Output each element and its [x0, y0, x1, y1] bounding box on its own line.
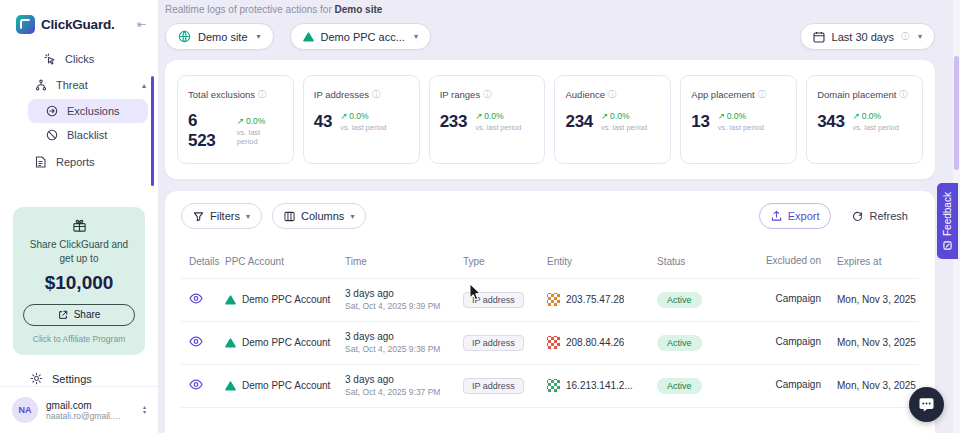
col-header-details: Details: [181, 256, 225, 267]
sidebar-scrollbar-thumb[interactable]: [151, 76, 154, 186]
trend-value: 0.0%: [484, 111, 503, 121]
columns-icon: [284, 211, 295, 222]
entity-identicon: [547, 379, 560, 392]
sidebar-item-exclusions[interactable]: Exclusions: [28, 99, 148, 123]
details-eye-icon[interactable]: [189, 293, 203, 304]
chevron-down-icon: ▾: [350, 212, 354, 221]
chat-widget-button[interactable]: [909, 387, 944, 422]
ppc-account-value: Demo PPC acc...: [321, 31, 405, 43]
stat-card-total-exclusions: Total exclusionsⓘ 6 523 ↗0.0%vs. last pe…: [177, 75, 294, 164]
stat-value: 343: [817, 112, 844, 132]
info-icon[interactable]: ⓘ: [758, 89, 766, 100]
time-absolute: Sat, Oct 4, 2025 9:38 PM: [345, 344, 463, 354]
chevron-down-icon: ▾: [257, 32, 261, 41]
table-header-row: Details PPC Account Time Type Entity Sta…: [181, 249, 919, 278]
chevron-down-icon: ▾: [246, 212, 250, 221]
date-range-selector[interactable]: Last 30 days ⓘ ▾: [800, 23, 935, 50]
export-button[interactable]: Export: [759, 203, 832, 229]
promo-text-line2: get up to: [23, 252, 135, 266]
export-label: Export: [788, 210, 820, 222]
date-range-value: Last 30 days: [832, 31, 894, 43]
site-selector[interactable]: Demo site ▾: [165, 23, 274, 50]
user-info: gmail.com naatali.ro@gmail.com: [46, 400, 122, 421]
table-row-partial: [181, 407, 919, 433]
col-header-time: Time: [345, 256, 463, 267]
col-header-expires: Expires at: [823, 256, 919, 267]
user-account-selector[interactable]: NA gmail.com naatali.ro@gmail.com ▴ ▾: [0, 386, 158, 433]
trend-up-icon: ↗: [475, 111, 482, 121]
blacklist-icon: [45, 129, 58, 141]
sidebar-collapse-icon[interactable]: ⇤: [137, 18, 146, 31]
entity-value: 208.80.44.26: [566, 337, 624, 348]
stats-panel: Total exclusionsⓘ 6 523 ↗0.0%vs. last pe…: [165, 60, 935, 179]
table-toolbar: Filters ▾ Columns ▾ Export Refr: [181, 203, 919, 229]
entity-identicon: [547, 293, 560, 306]
info-icon[interactable]: ⓘ: [372, 89, 380, 100]
time-relative: 3 days ago: [345, 374, 463, 385]
refresh-button[interactable]: Refresh: [841, 203, 919, 229]
stat-trend-block: ↗0.0%vs. last period: [718, 111, 764, 132]
info-icon[interactable]: ⓘ: [899, 89, 907, 100]
ads-triangle-icon: [225, 338, 236, 348]
share-button[interactable]: Share: [23, 304, 135, 326]
trend-up-icon: ↗: [853, 111, 860, 121]
stat-card-audience: Audienceⓘ 234 ↗0.0%vs. last period: [554, 75, 671, 164]
filters-button[interactable]: Filters ▾: [181, 203, 262, 229]
filter-bar: Demo site ▾ Demo PPC acc... ▾ Last 30 da…: [165, 23, 935, 50]
sidebar-item-label: Exclusions: [67, 105, 120, 117]
col-header-status: Status: [657, 256, 745, 267]
info-icon[interactable]: ⓘ: [483, 89, 491, 100]
sidebar-item-label: Reports: [56, 156, 95, 168]
info-icon[interactable]: ⓘ: [608, 89, 616, 100]
expires-at-value: Mon, Nov 3, 2025: [823, 337, 919, 348]
click-icon: [43, 53, 56, 65]
sidebar: ClickGuard. ⇤ Clicks Threat ▴ Exclusions: [0, 0, 158, 433]
stat-trend-block: ↗0.0%vs. last period: [340, 111, 386, 132]
feedback-tab[interactable]: Feedback: [937, 183, 958, 259]
sidebar-item-clicks[interactable]: Clicks: [0, 46, 158, 72]
type-badge: IP address: [463, 335, 524, 351]
feedback-label: Feedback: [942, 192, 953, 236]
col-header-excluded: Excluded on: [745, 255, 823, 268]
ppc-account-selector[interactable]: Demo PPC acc... ▾: [290, 23, 431, 50]
col-header-entity: Entity: [547, 256, 657, 267]
sidebar-item-label: Settings: [52, 373, 92, 385]
affiliate-link[interactable]: Click to Affiliate Program: [23, 334, 135, 345]
affiliate-promo-card: Share ClickGuard and get up to $10,000 S…: [13, 207, 145, 355]
gear-icon: [30, 372, 43, 385]
stat-trend-block: ↗0.0%vs. last period: [853, 111, 899, 132]
info-icon[interactable]: ⓘ: [258, 89, 266, 100]
calendar-icon: [813, 31, 825, 43]
stat-trend-block: ↗0.0%vs. last period: [237, 116, 283, 146]
stat-label: Total exclusions: [188, 89, 255, 100]
details-eye-icon[interactable]: [189, 379, 203, 390]
expires-at-value: Mon, Nov 3, 2025: [823, 294, 919, 305]
page-subtitle-site: Demo site: [335, 4, 383, 15]
clickguard-logo-icon: [16, 15, 35, 34]
chat-bubble-icon: [918, 396, 935, 413]
details-eye-icon[interactable]: [189, 336, 203, 347]
stat-label: IP addresses: [314, 89, 369, 100]
page-scrollbar-thumb[interactable]: [954, 56, 959, 170]
user-name: gmail.com: [46, 400, 122, 411]
excluded-on-value: Campaign: [745, 336, 823, 349]
entity-value: 16.213.141.2...: [566, 380, 633, 391]
expires-at-value: Mon, Nov 3, 2025: [823, 380, 919, 391]
site-selector-value: Demo site: [198, 31, 248, 43]
promo-text-line1: Share ClickGuard and: [23, 238, 135, 252]
time-absolute: Sat, Oct 4, 2025 9:39 PM: [345, 301, 463, 311]
share-label: Share: [74, 309, 101, 320]
chevron-down-icon: ▾: [918, 32, 922, 41]
sidebar-item-reports[interactable]: Reports: [0, 149, 158, 175]
trend-sub: vs. last period: [475, 123, 521, 132]
stat-card-app-placement: App placementⓘ 13 ↗0.0%vs. last period: [680, 75, 797, 164]
sidebar-item-threat[interactable]: Threat ▴: [0, 72, 158, 98]
table-row: Demo PPC Account 3 days agoSat, Oct 4, 2…: [181, 364, 919, 407]
account-name: Demo PPC Account: [242, 337, 330, 348]
stat-trend-block: ↗0.0%vs. last period: [601, 111, 647, 132]
sidebar-item-blacklist[interactable]: Blacklist: [28, 123, 148, 147]
page-subtitle: Realtime logs of protective actions for …: [165, 0, 935, 15]
columns-label: Columns: [301, 210, 344, 222]
columns-button[interactable]: Columns ▾: [272, 203, 366, 229]
sidebar-item-settings[interactable]: Settings: [0, 371, 158, 386]
